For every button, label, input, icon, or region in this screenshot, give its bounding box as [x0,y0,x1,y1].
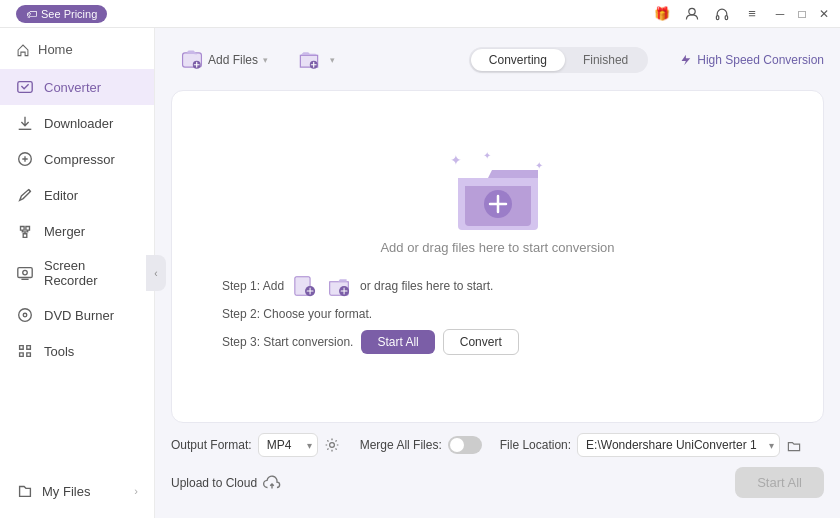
cloud-upload-icon [263,474,281,492]
browse-folder-button[interactable] [786,437,802,453]
step-1-prefix: Step 1: Add [222,279,284,293]
svg-point-6 [23,270,28,275]
upload-cloud-label: Upload to Cloud [171,476,257,490]
sidebar: Home Converter Downloader Compressor [0,28,155,518]
titlebar: 🏷 See Pricing 🎁 ≡ ─ □ ✕ [0,0,840,28]
editor-icon [16,186,34,204]
screen-recorder-icon [16,264,34,282]
svg-rect-5 [18,268,32,278]
pricing-button[interactable]: 🏷 See Pricing [16,5,107,23]
home-label: Home [38,42,73,57]
sidebar-label-editor: Editor [44,188,78,203]
settings-icon [324,437,340,453]
add-folder-chevron: ▾ [330,55,335,65]
upload-cloud-button[interactable] [263,474,281,492]
convert-button[interactable]: Convert [443,329,519,355]
tab-group: Converting Finished [469,47,648,73]
my-files-label: My Files [42,484,90,499]
svg-rect-2 [725,15,727,19]
window-controls: ─ □ ✕ [772,6,832,22]
add-files-button[interactable]: Add Files ▾ [171,44,278,76]
tab-finished[interactable]: Finished [565,49,646,71]
pricing-icon: 🏷 [26,8,37,20]
sidebar-collapse-button[interactable]: ‹ [146,255,166,291]
sidebar-item-screen-recorder[interactable]: Screen Recorder [0,249,154,297]
sidebar-label-compressor: Compressor [44,152,115,167]
output-format-select-wrap: MP4 MKV AVI MOV [258,433,318,457]
sidebar-item-compressor[interactable]: Compressor [0,141,154,177]
sidebar-label-screen-recorder: Screen Recorder [44,258,138,288]
tools-icon [16,342,34,360]
toolbar: Add Files ▾ ▾ Converting Finished [171,44,824,76]
file-location-field: File Location: E:\Wondershare UniConvert… [500,433,802,457]
folder-illustration: ✦ ✦ ✦ [448,150,548,230]
step-1-row: Step 1: Add [222,273,773,299]
merge-all-field: Merge All Files: [360,436,482,454]
sidebar-label-dvd-burner: DVD Burner [44,308,114,323]
folder-svg [453,158,543,230]
my-files-chevron: › [134,485,138,497]
file-location-select[interactable]: E:\Wondershare UniConverter 1 [577,433,780,457]
file-location-label: File Location: [500,438,571,452]
user-icon[interactable] [682,4,702,24]
sidebar-label-converter: Converter [44,80,101,95]
add-folder-mini-icon[interactable] [326,273,352,299]
add-folder-icon [298,49,320,71]
format-settings-button[interactable] [324,437,340,453]
my-files-icon [16,482,34,500]
converter-icon [16,78,34,96]
svg-point-16 [329,443,334,448]
sidebar-item-editor[interactable]: Editor [0,177,154,213]
sidebar-label-merger: Merger [44,224,85,239]
start-all-main-button[interactable]: Start All [735,467,824,498]
high-speed-label: High Speed Conversion [678,53,824,67]
merge-all-label: Merge All Files: [360,438,442,452]
headset-icon[interactable] [712,4,732,24]
start-all-button[interactable]: Start All [361,330,434,354]
folder-open-icon [786,437,802,453]
sidebar-item-dvd-burner[interactable]: DVD Burner [0,297,154,333]
drop-area[interactable]: ✦ ✦ ✦ Add or drag files here to start co… [171,90,824,423]
output-format-field: Output Format: MP4 MKV AVI MOV [171,433,340,457]
maximize-button[interactable]: □ [794,6,810,22]
tab-converting[interactable]: Converting [471,49,565,71]
svg-point-7 [19,309,32,322]
output-format-select[interactable]: MP4 MKV AVI MOV [258,433,318,457]
svg-rect-1 [716,15,718,19]
file-location-select-wrap: E:\Wondershare UniConverter 1 [577,433,780,457]
downloader-icon [16,114,34,132]
steps-area: Step 1: Add [192,273,803,363]
sidebar-item-home[interactable]: Home [0,36,154,69]
menu-icon[interactable]: ≡ [742,4,762,24]
sidebar-label-downloader: Downloader [44,116,113,131]
merge-toggle-switch[interactable] [448,436,482,454]
main-content: Add Files ▾ ▾ Converting Finished [155,28,840,518]
step-2-text: Step 2: Choose your format. [222,307,372,321]
titlebar-icons: 🎁 ≡ [652,4,762,24]
svg-point-0 [689,8,695,14]
minimize-button[interactable]: ─ [772,6,788,22]
add-files-label: Add Files [208,53,258,67]
sidebar-label-tools: Tools [44,344,74,359]
pricing-label: See Pricing [41,8,97,20]
step-3-prefix: Step 3: Start conversion. [222,335,353,349]
output-format-label: Output Format: [171,438,252,452]
dvd-burner-icon [16,306,34,324]
compressor-icon [16,150,34,168]
gift-icon[interactable]: 🎁 [652,4,672,24]
mini-add-file-icon [294,275,316,297]
add-file-mini-icon[interactable] [292,273,318,299]
step-2-row: Step 2: Choose your format. [222,307,773,321]
sidebar-item-merger[interactable]: Merger [0,213,154,249]
lightning-icon [678,53,692,67]
sidebar-item-converter[interactable]: Converter [0,69,154,105]
sidebar-item-tools[interactable]: Tools [0,333,154,369]
sidebar-item-downloader[interactable]: Downloader [0,105,154,141]
bottom-bar: Output Format: MP4 MKV AVI MOV [171,423,824,502]
sidebar-item-my-files[interactable]: My Files › [0,472,154,510]
merger-icon [16,222,34,240]
add-files-chevron: ▾ [263,55,268,65]
close-button[interactable]: ✕ [816,6,832,22]
add-folder-button[interactable]: ▾ [288,44,345,76]
home-icon [16,43,30,57]
